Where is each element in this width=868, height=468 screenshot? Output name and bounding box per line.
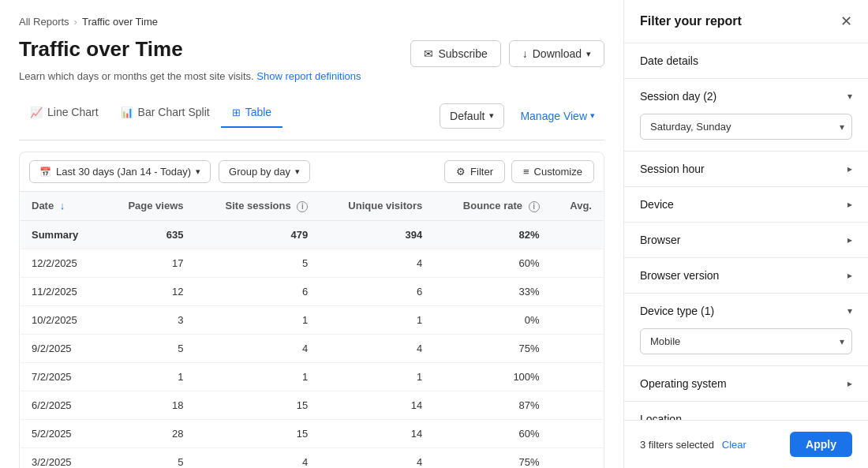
cell-avg	[551, 419, 604, 447]
subscribe-button[interactable]: ✉ Subscribe	[410, 40, 500, 67]
customize-label: Customize	[534, 166, 582, 178]
cell-bounce-rate: 75%	[433, 334, 550, 362]
breadcrumb-separator: ›	[74, 16, 77, 28]
breadcrumb-current: Traffic over Time	[82, 16, 158, 28]
cell-unique-visitors: 1	[319, 362, 433, 391]
tab-line-chart[interactable]: 📈 Line Chart	[19, 98, 110, 128]
col-unique-visitors[interactable]: Unique visitors	[319, 192, 433, 220]
filter-panel: Filter your report ✕ Date details Sessio…	[623, 0, 868, 468]
summary-row: Summary 635 479 394 82%	[21, 220, 604, 249]
filter-panel-title: Filter your report	[640, 14, 742, 28]
cell-site-sessions: 6	[194, 277, 319, 305]
filter-section-header-device[interactable]: Device ▸	[624, 187, 868, 222]
col-site-sessions[interactable]: Site sessions i	[194, 192, 319, 220]
cell-site-sessions: 15	[194, 419, 319, 447]
chevron-right-icon: ▸	[847, 163, 852, 174]
cell-date: 3/2/2025	[21, 447, 103, 468]
cell-bounce-rate: 87%	[433, 391, 550, 419]
cell-bounce-rate: 0%	[433, 305, 550, 334]
col-page-views[interactable]: Page views	[103, 192, 195, 220]
download-chevron-icon: ▾	[586, 49, 591, 59]
breadcrumb: All Reports › Traffic over Time	[19, 16, 604, 28]
tab-table[interactable]: ⊞ Table	[221, 98, 282, 128]
site-sessions-info-icon: i	[297, 201, 308, 212]
filter-select-device-type[interactable]: Mobile	[640, 328, 852, 354]
summary-unique-visitors: 394	[319, 220, 433, 249]
table-row: 5/2/2025 28 15 14 60%	[21, 419, 604, 447]
page-title: Traffic over Time	[19, 37, 183, 62]
cell-date: 7/2/2025	[21, 362, 103, 391]
filter-section-device-type: Device type (1) ▾ Mobile	[624, 294, 868, 366]
filter-icon: ⚙	[456, 166, 466, 178]
filter-section-header-session-hour[interactable]: Session hour ▸	[624, 152, 868, 186]
date-range-label: Last 30 days (Jan 14 - Today)	[56, 166, 191, 178]
cell-avg	[551, 334, 604, 362]
group-by-label: Group by day	[229, 166, 290, 178]
cell-page-views: 12	[103, 277, 195, 305]
cell-avg	[551, 391, 604, 419]
filter-section-label-date-details: Date details	[640, 54, 698, 67]
tab-bar-chart-label: Bar Chart Split	[138, 106, 210, 118]
col-date-label: Date	[32, 200, 54, 212]
filter-select-session-day[interactable]: Saturday, Sunday	[640, 114, 852, 140]
col-bounce-rate-label: Bounce rate	[463, 200, 522, 212]
apply-button[interactable]: Apply	[790, 432, 852, 457]
manage-view-button[interactable]: Manage View ▾	[511, 104, 604, 128]
filter-section-header-operating-system[interactable]: Operating system ▸	[624, 366, 868, 401]
sort-icon: ↓	[60, 200, 65, 212]
default-view-label: Default	[450, 110, 485, 122]
date-range-picker[interactable]: 📅 Last 30 days (Jan 14 - Today) ▾	[29, 160, 211, 183]
cell-bounce-rate: 75%	[433, 447, 550, 468]
chevron-down-icon: ▾	[847, 91, 852, 102]
filter-section-header-device-type[interactable]: Device type (1) ▾	[624, 294, 868, 328]
download-label: Download	[533, 47, 582, 60]
data-table: Date ↓ Page views Site sessions i Unique…	[20, 192, 604, 468]
cell-site-sessions: 4	[194, 334, 319, 362]
show-definitions-link[interactable]: Show report definitions	[256, 70, 361, 82]
calendar-icon: 📅	[39, 167, 51, 178]
filter-section-operating-system: Operating system ▸	[624, 366, 868, 402]
download-button[interactable]: ↓ Download ▾	[509, 40, 604, 67]
table-row: 7/2/2025 1 1 1 100%	[21, 362, 604, 391]
cell-avg	[551, 249, 604, 277]
chevron-right-icon: ▸	[847, 234, 852, 245]
filter-section-header-session-day[interactable]: Session day (2) ▾	[624, 79, 868, 114]
filter-section-label-device-type: Device type (1)	[640, 305, 714, 317]
filter-section-header-date-details[interactable]: Date details	[624, 43, 868, 78]
filter-label: Filter	[470, 166, 493, 178]
filter-button[interactable]: ⚙ Filter	[444, 160, 505, 183]
cell-site-sessions: 15	[194, 391, 319, 419]
cell-site-sessions: 1	[194, 305, 319, 334]
subscribe-label: Subscribe	[438, 47, 487, 60]
close-filter-button[interactable]: ✕	[840, 14, 852, 28]
col-unique-visitors-label: Unique visitors	[348, 200, 422, 212]
filter-section-body-session-day: Saturday, Sunday	[624, 114, 868, 151]
breadcrumb-parent[interactable]: All Reports	[19, 16, 69, 28]
col-avg-label: Avg.	[570, 200, 592, 212]
clear-filters-button[interactable]: Clear	[722, 439, 746, 451]
tab-bar-chart-split[interactable]: 📊 Bar Chart Split	[110, 98, 221, 128]
filter-header: Filter your report ✕	[624, 0, 868, 43]
filter-section-browser-version: Browser version ▸	[624, 258, 868, 294]
group-by-button[interactable]: Group by day ▾	[219, 160, 310, 183]
col-avg[interactable]: Avg.	[551, 192, 604, 220]
default-view-select[interactable]: Default ▾	[440, 103, 504, 129]
cell-page-views: 28	[103, 419, 195, 447]
col-bounce-rate[interactable]: Bounce rate i	[433, 192, 550, 220]
summary-bounce-rate: 82%	[433, 220, 550, 249]
table-row: 3/2/2025 5 4 4 75%	[21, 447, 604, 468]
filter-section-body-device-type: Mobile	[624, 328, 868, 365]
cell-avg	[551, 362, 604, 391]
cell-date: 5/2/2025	[21, 419, 103, 447]
cell-date: 10/2/2025	[21, 305, 103, 334]
date-range-chevron-icon: ▾	[196, 167, 200, 177]
cell-unique-visitors: 1	[319, 305, 433, 334]
chevron-right-icon: ▸	[847, 378, 852, 389]
col-date[interactable]: Date ↓	[21, 192, 103, 220]
customize-button[interactable]: ≡ Customize	[511, 160, 594, 183]
filter-section-header-browser[interactable]: Browser ▸	[624, 223, 868, 257]
filter-section-header-browser-version[interactable]: Browser version ▸	[624, 258, 868, 293]
cell-bounce-rate: 60%	[433, 249, 550, 277]
cell-unique-visitors: 4	[319, 334, 433, 362]
cell-page-views: 5	[103, 447, 195, 468]
